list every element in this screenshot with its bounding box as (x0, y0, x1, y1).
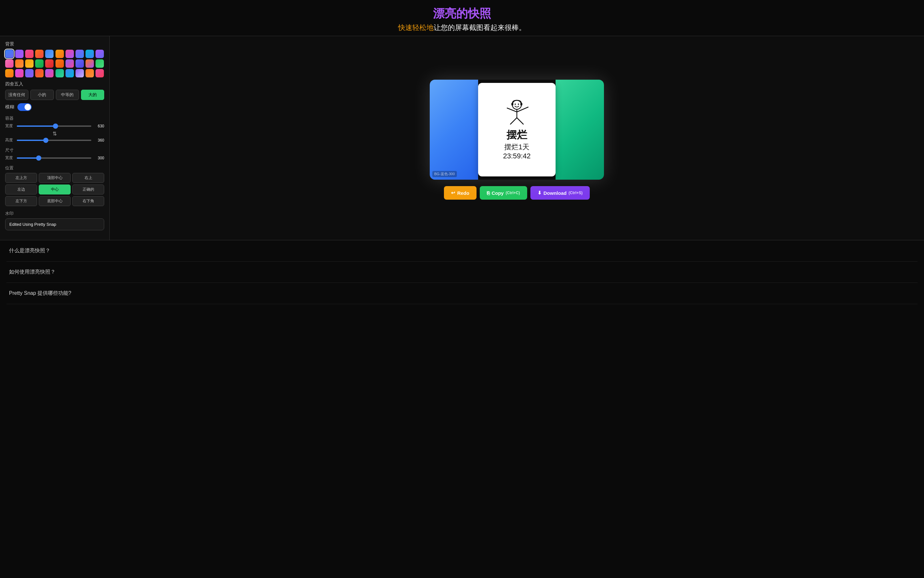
download-icon: ⬇ (538, 190, 542, 196)
swatch-1[interactable] (5, 50, 13, 58)
download-shortcut: (Ctrl+S) (568, 191, 583, 195)
swatch-16[interactable] (55, 59, 64, 68)
container-height-slider[interactable] (17, 140, 91, 141)
background-label: 背景 (5, 41, 104, 47)
subtitle-pre: 快速 (398, 24, 412, 32)
rounding-small[interactable]: 小的 (30, 90, 54, 100)
swatch-24[interactable] (35, 69, 44, 77)
svg-point-0 (512, 100, 521, 109)
swatch-9[interactable] (86, 50, 94, 58)
pos-center[interactable]: 中心 (39, 185, 71, 195)
pos-top-right[interactable]: 右上 (72, 173, 104, 183)
copy-label: Copy (492, 190, 504, 196)
pos-bottom-center[interactable]: 底部中心 (39, 196, 71, 206)
action-buttons: ↩ Redo ⎘ Copy (Ctrl+C) ⬇ Download (Ctrl+… (444, 186, 590, 200)
swatch-29[interactable] (86, 69, 94, 77)
pos-bottom-left[interactable]: 左下方 (5, 196, 37, 206)
download-button[interactable]: ⬇ Download (Ctrl+S) (530, 186, 590, 200)
swatch-30[interactable] (96, 69, 104, 77)
blur-toggle[interactable] (18, 103, 32, 111)
svg-rect-4 (520, 103, 522, 106)
pos-right[interactable]: 正确的 (72, 185, 104, 195)
swatch-25[interactable] (45, 69, 54, 77)
size-width-slider[interactable] (17, 157, 91, 159)
container-height-row: 高度 360 (5, 137, 104, 143)
size-label: 尺寸 (5, 148, 104, 153)
pos-top-center[interactable]: 顶部中心 (39, 173, 71, 183)
redo-label: Redo (457, 190, 469, 196)
subtitle-post: 让您的屏幕截图看起来很棒。 (434, 24, 526, 32)
swatch-26[interactable] (55, 69, 64, 77)
svg-point-2 (518, 104, 519, 105)
faq-section: 什么是漂亮快照？ 如何使用漂亮快照？ Pretty Snap 提供哪些功能? (0, 240, 924, 304)
preview-wrapper: BG-蓝色-300 (430, 80, 604, 180)
swatch-27[interactable] (65, 69, 74, 77)
swatch-6[interactable] (55, 50, 64, 58)
pos-top-left[interactable]: 左上方 (5, 173, 37, 183)
faq-item-3[interactable]: Pretty Snap 提供哪些功能? (6, 283, 918, 304)
swatch-7[interactable] (65, 50, 74, 58)
position-label: 位置 (5, 165, 104, 171)
faq-item-2[interactable]: 如何使用漂亮快照？ (6, 261, 918, 283)
rounding-options: 没有任何 小的 中等的 大的 (5, 90, 104, 100)
watermark-section: 水印 (5, 211, 104, 230)
right-panel: BG-蓝色-300 (110, 36, 924, 240)
rounding-medium[interactable]: 中等的 (56, 90, 79, 100)
svg-point-1 (515, 104, 516, 105)
swatch-4[interactable] (35, 50, 44, 58)
header: 漂亮的快照 快速轻松地让您的屏幕截图看起来很棒。 (0, 0, 924, 36)
redo-button[interactable]: ↩ Redo (444, 186, 476, 200)
swatch-11[interactable] (5, 59, 13, 68)
container-width-slider[interactable] (17, 125, 91, 127)
container-width-value: 630 (94, 124, 104, 128)
swatch-8[interactable] (75, 50, 84, 58)
swatch-23[interactable] (25, 69, 34, 77)
container-section: 容器 宽度 630 ⇅ 高度 360 (5, 115, 104, 143)
swatch-19[interactable] (86, 59, 94, 68)
swatch-22[interactable] (15, 69, 24, 77)
svg-rect-3 (512, 103, 513, 106)
pos-left[interactable]: 左边 (5, 185, 37, 195)
copy-shortcut: (Ctrl+C) (505, 191, 520, 195)
swatch-12[interactable] (15, 59, 24, 68)
watermark-label: 水印 (5, 211, 104, 216)
swatch-20[interactable] (96, 59, 104, 68)
swatch-28[interactable] (75, 69, 84, 77)
swatch-17[interactable] (65, 59, 74, 68)
blur-row: 模糊 (5, 103, 104, 111)
watermark-input[interactable] (5, 218, 104, 230)
swatch-2[interactable] (15, 50, 24, 58)
swatch-3[interactable] (25, 50, 34, 58)
container-height-value: 360 (94, 138, 104, 143)
swatch-10[interactable] (96, 50, 104, 58)
blur-label: 模糊 (5, 104, 14, 110)
swatch-5[interactable] (45, 50, 54, 58)
swatch-15[interactable] (45, 59, 54, 68)
background-swatches (5, 50, 104, 77)
faq-item-1[interactable]: 什么是漂亮快照？ (6, 240, 918, 261)
copy-icon: ⎘ (487, 190, 490, 196)
subtitle-highlight: 轻松地 (412, 24, 434, 32)
redo-icon: ↩ (451, 190, 455, 196)
swatch-13[interactable] (25, 59, 34, 68)
pos-bottom-right[interactable]: 右下角 (72, 196, 104, 206)
position-grid: 左上方 顶部中心 右上 左边 中心 正确的 左下方 底部中心 右下角 (5, 173, 104, 206)
rounding-large[interactable]: 大的 (81, 90, 104, 100)
link-icon: ⇅ (5, 131, 104, 137)
swatch-18[interactable] (75, 59, 84, 68)
preview-card: 摆烂 摆烂1天 23:59:42 (478, 83, 555, 177)
download-label: Download (544, 190, 567, 196)
swatch-14[interactable] (35, 59, 44, 68)
rounding-none[interactable]: 没有任何 (5, 90, 28, 100)
swatch-21[interactable] (5, 69, 13, 77)
size-width-label: 宽度 (5, 155, 14, 161)
meme-figure (497, 99, 536, 128)
card-text-day: 摆烂1天 (504, 142, 529, 152)
container-label: 容器 (5, 115, 104, 121)
preview-canvas: BG-蓝色-300 (430, 80, 604, 180)
size-width-value: 300 (94, 156, 104, 160)
copy-button[interactable]: ⎘ Copy (Ctrl+C) (480, 186, 527, 200)
size-width-row: 宽度 300 (5, 155, 104, 161)
page-title: 漂亮的快照 (0, 6, 924, 22)
left-panel: 背景 (0, 36, 110, 240)
